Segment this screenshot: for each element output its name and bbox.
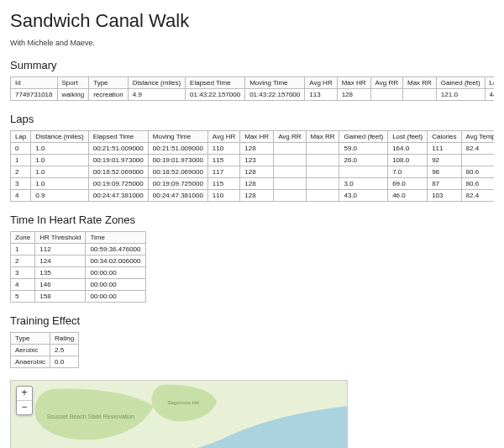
table-row: Aerobic2.5 — [11, 345, 79, 356]
col-header: Gained (feet) — [339, 131, 388, 143]
cell: 2 — [11, 166, 31, 178]
cell: 59.0 — [339, 143, 388, 155]
cell: 0.9 — [31, 190, 88, 202]
cell — [339, 166, 388, 178]
cell: 00:00:00 — [86, 291, 145, 303]
cell — [306, 143, 339, 155]
cell: 00:21:51.009000 — [88, 143, 148, 155]
cell: 128 — [240, 166, 274, 178]
cell: 00:18:52.069000 — [88, 166, 148, 178]
cell: 00:59:36.476000 — [86, 244, 145, 256]
cell: 43.0 — [339, 190, 388, 202]
col-header: Elapsed Time — [88, 131, 148, 143]
cell: 124 — [35, 256, 86, 267]
cell: 128 — [240, 190, 274, 202]
zoom-out-button[interactable]: − — [17, 401, 32, 414]
cell: 46.0 — [388, 190, 428, 202]
cell: 4.9 — [128, 89, 185, 101]
cell: 98 — [428, 166, 461, 178]
cell: 164.0 — [388, 143, 428, 155]
cell — [306, 166, 339, 178]
cell: 80.6 — [461, 166, 494, 178]
cell: 00:18:52.069000 — [148, 166, 207, 178]
cell: 00:24:47.381000 — [88, 190, 148, 202]
cell: 1.0 — [31, 166, 88, 178]
table-row: 40.900:24:47.38100000:24:47.381000110128… — [11, 190, 495, 202]
cell: 7749731018 — [11, 89, 58, 101]
cell — [370, 89, 402, 101]
cell — [306, 190, 339, 202]
cell: 80.6 — [461, 178, 494, 190]
cell — [306, 155, 339, 166]
section-laps: Laps — [10, 113, 494, 125]
cell: 123 — [240, 155, 274, 166]
cell — [402, 89, 436, 101]
col-header: Avg HR — [305, 77, 337, 89]
col-header: Sport — [57, 77, 89, 89]
cell: 110 — [207, 143, 239, 155]
col-header: Avg RR — [274, 131, 306, 143]
cell: recreation — [89, 89, 129, 101]
cell: 7.0 — [388, 166, 428, 178]
col-header: Rating — [50, 333, 79, 345]
col-header: Type — [11, 333, 50, 345]
col-header: Moving Time — [148, 131, 207, 143]
cell: 01:43:22.157000 — [245, 89, 305, 101]
cell: 00:00:00 — [86, 279, 145, 291]
cell: 128 — [337, 89, 370, 101]
cell: 00:21:51.009000 — [148, 143, 207, 155]
svg-text:Scusset Beach State Reservatio: Scusset Beach State Reservation — [47, 414, 134, 419]
cell: 3 — [11, 267, 35, 279]
col-header: Id — [11, 77, 58, 89]
table-row: 414600:00:00 — [11, 279, 146, 291]
cell: 115 — [207, 155, 239, 166]
col-header: Elapsed Time — [186, 77, 245, 89]
cell: 112 — [35, 244, 86, 256]
cell: 121.0 — [436, 89, 485, 101]
laps-table: LapDistance (miles)Elapsed TimeMoving Ti… — [10, 130, 494, 202]
col-header: Max RR — [306, 131, 339, 143]
table-row: 212400:34:02.006000 — [11, 256, 146, 267]
col-header: Gained (feet) — [436, 77, 485, 89]
col-header: Moving Time — [245, 77, 305, 89]
cell — [461, 155, 494, 166]
col-header: Lap — [11, 131, 31, 143]
cell — [274, 178, 306, 190]
cell: 135 — [35, 267, 86, 279]
col-header: Max RR — [402, 77, 436, 89]
summary-table: IdSportTypeDistance (miles)Elapsed TimeM… — [10, 76, 494, 101]
table-row: 31.000:19:09.72500000:19:09.725000115128… — [11, 178, 495, 190]
col-header: Time — [86, 232, 145, 244]
cell: 117 — [207, 166, 239, 178]
zoom-control: + − — [16, 386, 33, 415]
cell: 69.0 — [388, 178, 428, 190]
cell: 158 — [35, 291, 86, 303]
cell: 103 — [428, 190, 461, 202]
cell: 00:19:01.973000 — [148, 155, 207, 166]
cell: 01:43:22.157000 — [186, 89, 245, 101]
col-header: Zone — [11, 232, 35, 244]
col-header: Distance (miles) — [31, 131, 88, 143]
zoom-in-button[interactable]: + — [17, 387, 32, 401]
col-header: Max HR — [240, 131, 274, 143]
table-row: 515800:00:00 — [11, 291, 146, 303]
cell — [306, 178, 339, 190]
cell: 448.0 — [485, 89, 494, 101]
cell: 00:00:00 — [86, 267, 145, 279]
cell — [274, 166, 306, 178]
cell: 2.5 — [50, 345, 79, 356]
cell — [274, 155, 306, 166]
col-header: Avg HR — [207, 131, 239, 143]
cell: 87 — [428, 178, 461, 190]
cell: 1.0 — [31, 155, 88, 166]
map-container[interactable]: Scusset Beach State Reservation Sagamore… — [10, 380, 348, 448]
cell: 0.0 — [50, 356, 79, 368]
cell: 82.4 — [461, 143, 494, 155]
cell: Anaerobic — [11, 356, 50, 368]
cell: 4 — [11, 190, 31, 202]
col-header: HR Threshold — [35, 232, 86, 244]
col-header: Max HR — [337, 77, 370, 89]
cell: 1 — [11, 244, 35, 256]
col-header: Type — [89, 77, 129, 89]
table-row: 21.000:18:52.06900000:18:52.069000117128… — [11, 166, 495, 178]
